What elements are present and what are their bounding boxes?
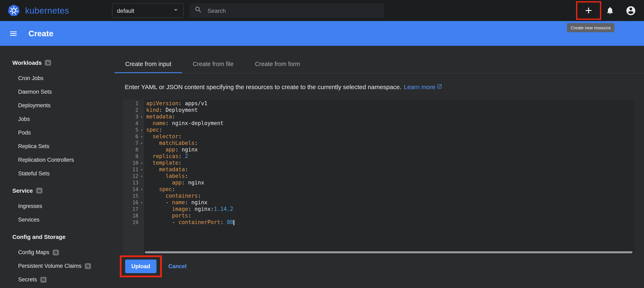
yaml-token-value: apps/v1	[185, 100, 208, 106]
namespaced-badge: N	[53, 249, 59, 255]
sidebar-group-workloads[interactable]: WorkloadsN	[0, 57, 114, 68]
sidebar-item-stateful-sets[interactable]: Stateful Sets	[0, 167, 114, 180]
page-body: WorkloadsNCron JobsDaemon SetsDeployment…	[0, 46, 644, 288]
fold-toggle-icon[interactable]: ▾	[139, 173, 144, 180]
sidebar-item-persistent-volume-claims[interactable]: Persistent Volume ClaimsN	[0, 259, 114, 273]
search-icon	[194, 6, 202, 15]
line-number: 11	[123, 167, 139, 173]
yaml-token-plain: :	[185, 199, 191, 205]
gutter-row: 15	[123, 193, 144, 199]
yaml-token-plain	[146, 212, 172, 219]
text-caret	[234, 220, 234, 225]
code-line: labels:	[146, 173, 634, 180]
line-number: 8	[123, 147, 139, 153]
yaml-token-plain: :	[178, 153, 185, 159]
line-number: 9	[123, 154, 139, 159]
yaml-token-num: 2	[185, 153, 188, 159]
sidebar-item-label: Secrets	[18, 276, 37, 283]
line-number: 19	[123, 220, 139, 225]
sidebar-item-config-maps[interactable]: Config MapsN	[0, 245, 114, 259]
line-number: 17	[123, 206, 139, 212]
sidebar-item-label: Replica Sets	[18, 143, 50, 149]
fold-toggle-icon[interactable]: ▾	[139, 140, 144, 147]
hamburger-menu-icon[interactable]	[9, 29, 18, 38]
sidebar-item-replica-sets[interactable]: Replica Sets	[0, 139, 114, 153]
learn-more-link[interactable]: Learn more	[404, 83, 442, 90]
yaml-token-plain: :	[220, 219, 227, 225]
line-number: 18	[123, 213, 139, 219]
sidebar-nav: WorkloadsNCron JobsDaemon SetsDeployment…	[0, 46, 114, 288]
yaml-token-value: nginx-deployment	[172, 120, 224, 126]
sidebar-item-jobs[interactable]: Jobs	[0, 112, 114, 126]
notifications-bell-icon[interactable]	[606, 0, 614, 21]
code-line: matchLabels:	[146, 140, 634, 147]
namespaced-badge: N	[36, 188, 42, 194]
gutter-row: 13	[123, 180, 144, 186]
yaml-token-plain	[146, 206, 172, 212]
yaml-token-key: labels	[166, 173, 185, 179]
sidebar-group-config-and-storage[interactable]: Config and Storage	[0, 231, 114, 242]
tab-create-from-input[interactable]: Create from input	[114, 55, 182, 73]
sidebar-item-label: Cron Jobs	[18, 75, 44, 81]
kubernetes-logo[interactable]	[8, 4, 20, 17]
brand-title[interactable]: kubernetes	[25, 6, 69, 16]
line-number: 3	[123, 114, 139, 120]
fold-toggle-icon[interactable]: ▾	[139, 160, 144, 166]
yaml-token-plain: :	[182, 180, 188, 186]
fold-toggle-icon[interactable]: ▾	[139, 166, 144, 173]
sidebar-item-secrets[interactable]: SecretsN	[0, 273, 114, 286]
yaml-token-value: nginx	[188, 180, 204, 186]
sidebar-group-service[interactable]: ServiceN	[0, 185, 114, 196]
yaml-token-plain: :	[159, 127, 162, 133]
line-number: 10	[123, 160, 139, 166]
fold-toggle-icon[interactable]: ▾	[139, 127, 144, 133]
code-line: spec:	[146, 127, 634, 133]
code-line: image: nginx:1.14.2	[146, 206, 634, 212]
sidebar-item-daemon-sets[interactable]: Daemon Sets	[0, 85, 114, 99]
chevron-down-icon	[172, 6, 180, 16]
gutter-row: 11▾	[123, 166, 144, 173]
line-number: 7	[123, 140, 139, 146]
yaml-editor-input[interactable]: apiVersion: apps/v1kind: Deploymentmetad…	[144, 99, 634, 255]
editor-horizontal-scrollbar[interactable]	[145, 251, 632, 253]
code-line: replicas: 2	[146, 153, 634, 160]
sidebar-item-replication-controllers[interactable]: Replication Controllers	[0, 153, 114, 167]
yaml-token-plain: :	[194, 140, 198, 146]
yaml-token-plain	[146, 186, 159, 192]
create-new-resource-button[interactable]: +	[580, 2, 597, 19]
gutter-row: 10▾	[123, 160, 144, 166]
tab-create-from-form[interactable]: Create from form	[244, 55, 311, 73]
gutter-row: 17	[123, 206, 144, 212]
cancel-button[interactable]: Cancel	[168, 263, 187, 269]
sidebar-item-services[interactable]: Services	[0, 213, 114, 227]
line-number: 15	[123, 193, 139, 199]
gutter-row: 8	[123, 147, 144, 153]
fold-toggle-icon[interactable]: ▾	[139, 133, 144, 140]
yaml-token-plain: :	[178, 100, 185, 106]
sidebar-item-cron-jobs[interactable]: Cron Jobs	[0, 71, 114, 85]
gutter-row: 1	[123, 100, 144, 107]
upload-button[interactable]: Upload	[125, 259, 156, 273]
tab-create-from-file[interactable]: Create from file	[182, 55, 244, 73]
fold-toggle-icon[interactable]: ▾	[139, 199, 144, 206]
yaml-token-key: matchLabels	[159, 140, 194, 146]
sidebar-item-pods[interactable]: Pods	[0, 126, 114, 139]
fold-toggle-icon[interactable]: ▾	[139, 113, 144, 120]
sidebar-item-label: Jobs	[18, 116, 30, 122]
namespace-selector[interactable]: default	[112, 3, 184, 18]
sidebar-item-ingresses[interactable]: Ingresses	[0, 199, 114, 213]
sidebar-item-deployments[interactable]: Deployments	[0, 99, 114, 112]
yaml-token-num: 1.14.2	[214, 206, 233, 212]
namespaced-badge: N	[45, 60, 51, 66]
yaml-token-plain	[146, 140, 159, 146]
yaml-token-plain: :	[185, 166, 188, 173]
fold-toggle-icon[interactable]: ▾	[139, 186, 144, 193]
code-line: - containerPort: 80	[146, 219, 634, 226]
line-number: 1	[123, 101, 139, 106]
yaml-token-plain: :	[178, 160, 182, 166]
search-input[interactable]	[208, 7, 379, 14]
account-circle-icon[interactable]	[626, 0, 636, 21]
yaml-token-plain: :	[178, 133, 182, 139]
yaml-token-plain	[146, 173, 166, 179]
gutter-row: 14▾	[123, 186, 144, 193]
